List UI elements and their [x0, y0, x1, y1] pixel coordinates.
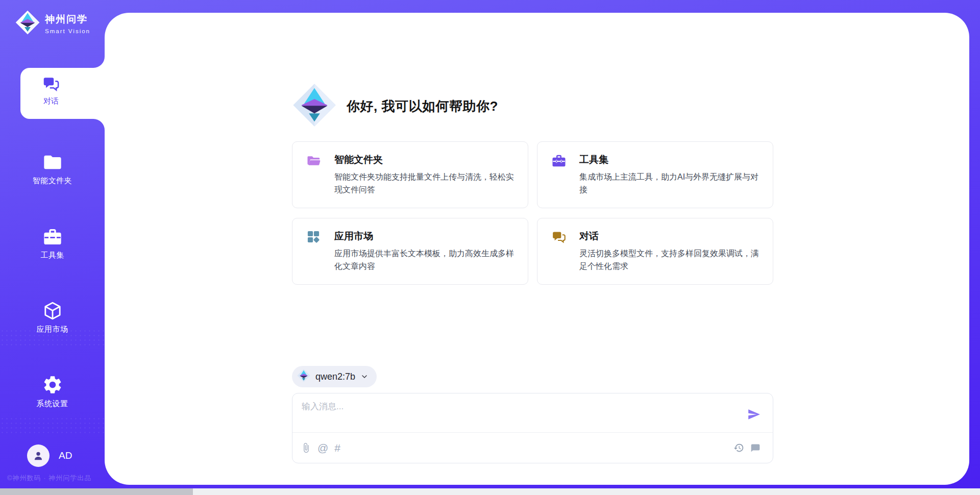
greeting-text: 你好, 我可以如何帮助你? — [347, 97, 498, 115]
sidebar-item-chat[interactable]: 对话 — [20, 68, 105, 119]
card-desc: 集成市场上主流工具，助力AI与外界无缝扩展与对接 — [579, 170, 759, 196]
feature-cards: 智能文件夹 智能文件夹功能支持批量文件上传与清洗，轻松实现文件问答 工具集 集成… — [292, 141, 773, 285]
message-bubble-icon[interactable] — [750, 443, 761, 453]
card-title: 智能文件夹 — [334, 153, 383, 166]
main-panel: 你好, 我可以如何帮助你? 智能文件夹 智能文件夹功能支持批量文件上传与清洗，轻… — [105, 13, 969, 485]
tab-corner-fillet — [93, 57, 105, 68]
card-chat[interactable]: 对话 灵活切换多模型文件，支持多样回复效果调试，满足个性化需求 — [537, 218, 773, 285]
card-title: 对话 — [579, 230, 599, 243]
chevron-down-icon — [360, 373, 369, 381]
app-grid-icon — [306, 230, 321, 246]
sidebar-item-label: 系统设置 — [37, 399, 68, 409]
card-title: 工具集 — [579, 153, 608, 166]
chat-bubbles-icon — [42, 75, 60, 93]
send-icon — [747, 408, 761, 421]
card-title: 应用市场 — [334, 230, 373, 243]
tab-corner-fillet — [93, 119, 105, 130]
app-window: 神州问学 Smart Vision 对话 智能文件夹 — [0, 0, 980, 495]
card-app-market[interactable]: 应用市场 应用市场提供丰富长文本模板，助力高效生成多样化文章内容 — [292, 218, 528, 285]
sidebar: 神州问学 Smart Vision 对话 智能文件夹 — [0, 0, 105, 495]
card-desc: 应用市场提供丰富长文本模板，助力高效生成多样化文章内容 — [334, 247, 514, 273]
message-composer: @ # — [292, 393, 773, 463]
attachment-icon[interactable] — [301, 442, 311, 453]
sidebar-item-toolset[interactable]: 工具集 — [0, 227, 105, 260]
history-icon[interactable] — [733, 442, 744, 453]
sidebar-item-label: 应用市场 — [37, 325, 68, 334]
send-button[interactable] — [747, 408, 761, 421]
person-icon — [32, 449, 45, 462]
sidebar-dot-texture — [0, 416, 105, 434]
sidebar-item-settings[interactable]: 系统设置 — [0, 374, 105, 409]
gem-logo-icon — [292, 83, 336, 129]
brand-text: 神州问学 Smart Vision — [45, 13, 90, 34]
card-smart-folder[interactable]: 智能文件夹 智能文件夹功能支持批量文件上传与清洗，轻松实现文件问答 — [292, 141, 528, 208]
toolbox-icon — [42, 227, 63, 247]
brand: 神州问学 Smart Vision — [15, 10, 90, 37]
sidebar-item-app-market[interactable]: 应用市场 — [0, 301, 105, 334]
folder-open-icon — [306, 153, 322, 170]
scrollbar-thumb[interactable] — [0, 488, 193, 495]
sidebar-item-chat-content: 对话 — [20, 68, 82, 119]
sidebar-item-label: 智能文件夹 — [33, 176, 72, 186]
sidebar-item-smart-folder[interactable]: 智能文件夹 — [0, 152, 105, 186]
model-selector[interactable]: qwen2:7b — [292, 366, 377, 387]
copyright: ©神州数码 · 神州问学出品 — [7, 474, 91, 483]
card-desc: 智能文件夹功能支持批量文件上传与清洗，轻松实现文件问答 — [334, 170, 514, 196]
sidebar-item-label: 对话 — [43, 96, 59, 106]
avatar — [27, 444, 50, 467]
user-chip[interactable]: AD — [27, 444, 72, 467]
composer-toolbar: @ # — [292, 433, 773, 463]
cube-icon — [42, 301, 63, 321]
app-subtitle: Smart Vision — [45, 28, 90, 34]
welcome-header: 你好, 我可以如何帮助你? — [292, 83, 498, 129]
gear-icon — [42, 374, 63, 395]
hashtag-icon[interactable]: # — [334, 442, 340, 453]
chat-bubbles-icon — [551, 230, 567, 247]
card-toolset[interactable]: 工具集 集成市场上主流工具，助力AI与外界无缝扩展与对接 — [537, 141, 773, 208]
sidebar-item-label: 工具集 — [40, 251, 64, 260]
mention-icon[interactable]: @ — [317, 442, 328, 453]
model-name: qwen2:7b — [315, 372, 355, 382]
brand-gem-icon — [15, 10, 40, 37]
user-name: AD — [59, 450, 72, 461]
gem-logo-icon — [297, 369, 310, 384]
message-input[interactable] — [302, 401, 741, 427]
folder-icon — [42, 152, 63, 172]
toolbox-icon — [551, 153, 567, 170]
horizontal-scrollbar[interactable] — [0, 488, 980, 495]
card-desc: 灵活切换多模型文件，支持多样回复效果调试，满足个性化需求 — [579, 247, 759, 273]
app-title: 神州问学 — [45, 13, 90, 26]
